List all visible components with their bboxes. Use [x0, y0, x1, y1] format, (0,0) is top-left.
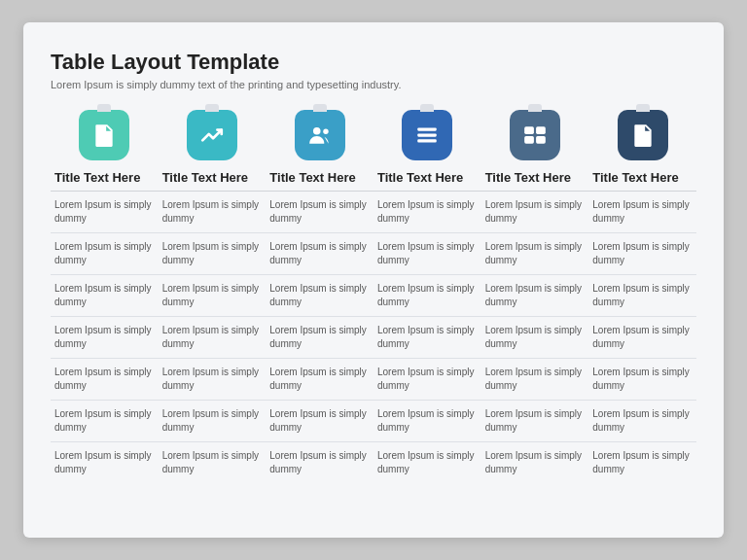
cell-5-4: Lorem Ipsum is simply dummy	[374, 359, 481, 401]
col-title-4: Title Text Here	[374, 160, 481, 192]
cell-3-1: Lorem Ipsum is simply dummy	[51, 275, 159, 317]
svg-rect-3	[418, 133, 438, 136]
cell-3-4: Lorem Ipsum is simply dummy	[374, 275, 481, 317]
col-title-2: Title Text Here	[159, 160, 267, 192]
cell-1-4: Lorem Ipsum is simply dummy	[374, 192, 481, 233]
icon-cell-5	[481, 110, 589, 160]
cell-3-6: Lorem Ipsum is simply dummy	[588, 275, 696, 317]
cell-2-4: Lorem Ipsum is simply dummy	[374, 233, 481, 275]
col-title-5: Title Text Here	[481, 160, 589, 192]
col-title-6: Title Text Here	[588, 160, 696, 192]
icon-cell-4	[374, 110, 481, 160]
cell-5-1: Lorem Ipsum is simply dummy	[51, 359, 159, 401]
table-row: Lorem Ipsum is simply dummyLorem Ipsum i…	[51, 233, 696, 275]
cell-5-3: Lorem Ipsum is simply dummy	[266, 359, 374, 401]
table-row: Lorem Ipsum is simply dummyLorem Ipsum i…	[51, 275, 696, 317]
col-title-3: Title Text Here	[266, 160, 374, 192]
svg-rect-7	[524, 136, 534, 144]
cell-4-6: Lorem Ipsum is simply dummy	[588, 317, 696, 359]
slide: Table Layout Template Lorem Ipsum is sim…	[23, 22, 724, 538]
cell-1-2: Lorem Ipsum is simply dummy	[159, 192, 267, 233]
cell-4-5: Lorem Ipsum is simply dummy	[481, 317, 589, 359]
cell-6-1: Lorem Ipsum is simply dummy	[51, 401, 159, 442]
svg-rect-4	[418, 139, 438, 142]
svg-rect-6	[536, 126, 546, 134]
cell-7-4: Lorem Ipsum is simply dummy	[374, 442, 481, 484]
slide-subtitle: Lorem Ipsum is simply dummy text of the …	[51, 79, 696, 90]
icon-cell-6	[588, 110, 696, 160]
cell-7-6: Lorem Ipsum is simply dummy	[588, 442, 696, 484]
cell-7-2: Lorem Ipsum is simply dummy	[159, 442, 267, 484]
col-title-1: Title Text Here	[51, 160, 159, 192]
table-row: Lorem Ipsum is simply dummyLorem Ipsum i…	[51, 317, 696, 359]
cell-6-6: Lorem Ipsum is simply dummy	[588, 401, 696, 442]
cell-4-3: Lorem Ipsum is simply dummy	[266, 317, 374, 359]
cell-4-1: Lorem Ipsum is simply dummy	[51, 317, 159, 359]
svg-point-1	[323, 129, 328, 134]
table-row: Lorem Ipsum is simply dummyLorem Ipsum i…	[51, 359, 696, 401]
svg-rect-2	[418, 127, 438, 130]
cell-3-3: Lorem Ipsum is simply dummy	[266, 275, 374, 317]
cell-2-5: Lorem Ipsum is simply dummy	[481, 233, 589, 275]
table-row: Lorem Ipsum is simply dummyLorem Ipsum i…	[51, 442, 696, 484]
cell-2-1: Lorem Ipsum is simply dummy	[51, 233, 159, 275]
cell-6-2: Lorem Ipsum is simply dummy	[159, 401, 267, 442]
cell-5-6: Lorem Ipsum is simply dummy	[588, 359, 696, 401]
svg-rect-8	[536, 136, 546, 144]
cell-3-2: Lorem Ipsum is simply dummy	[159, 275, 267, 317]
cell-1-3: Lorem Ipsum is simply dummy	[266, 192, 374, 233]
cell-2-2: Lorem Ipsum is simply dummy	[159, 233, 267, 275]
table-row: Lorem Ipsum is simply dummyLorem Ipsum i…	[51, 401, 696, 442]
cell-4-4: Lorem Ipsum is simply dummy	[374, 317, 481, 359]
icon-cell-1	[51, 110, 159, 160]
cell-7-5: Lorem Ipsum is simply dummy	[481, 442, 589, 484]
cell-7-3: Lorem Ipsum is simply dummy	[266, 442, 374, 484]
cell-3-5: Lorem Ipsum is simply dummy	[481, 275, 589, 317]
table-row: Lorem Ipsum is simply dummyLorem Ipsum i…	[51, 192, 696, 233]
cell-2-3: Lorem Ipsum is simply dummy	[266, 233, 374, 275]
cell-7-1: Lorem Ipsum is simply dummy	[51, 442, 159, 484]
cell-6-5: Lorem Ipsum is simply dummy	[481, 401, 589, 442]
cell-5-2: Lorem Ipsum is simply dummy	[159, 359, 267, 401]
cell-6-3: Lorem Ipsum is simply dummy	[266, 401, 374, 442]
svg-point-0	[313, 127, 321, 135]
cell-6-4: Lorem Ipsum is simply dummy	[374, 401, 481, 442]
cell-1-5: Lorem Ipsum is simply dummy	[481, 192, 589, 233]
cell-2-6: Lorem Ipsum is simply dummy	[588, 233, 696, 275]
cell-1-1: Lorem Ipsum is simply dummy	[51, 192, 159, 233]
cell-1-6: Lorem Ipsum is simply dummy	[588, 192, 696, 233]
slide-title: Table Layout Template	[51, 50, 696, 75]
icon-cell-3	[266, 110, 374, 160]
main-table: Title Text HereTitle Text HereTitle Text…	[51, 110, 696, 483]
cell-5-5: Lorem Ipsum is simply dummy	[481, 359, 589, 401]
svg-rect-5	[524, 126, 534, 134]
icon-cell-2	[159, 110, 267, 160]
cell-4-2: Lorem Ipsum is simply dummy	[159, 317, 267, 359]
